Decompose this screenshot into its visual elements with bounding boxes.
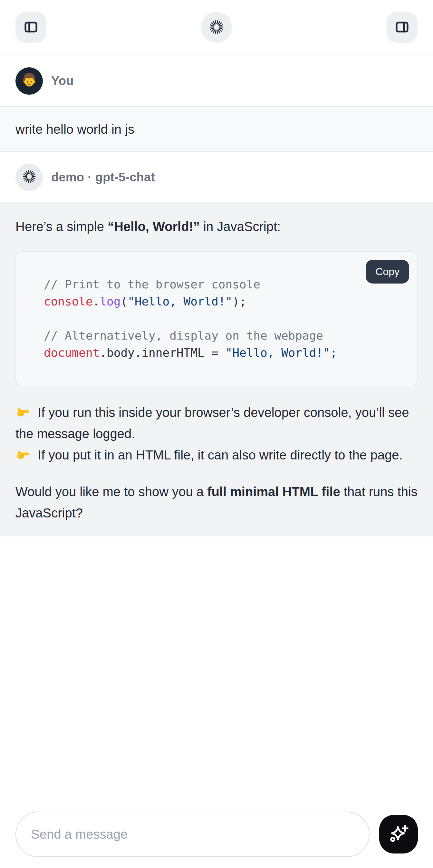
- top-bar: [0, 0, 433, 55]
- intro-text: Here’s a simple: [16, 219, 107, 234]
- assistant-avatar: [16, 164, 43, 191]
- copy-button[interactable]: Copy: [366, 260, 409, 283]
- assistant-name-label: demo · gpt-5-chat: [51, 170, 155, 184]
- starburst-icon: [209, 20, 224, 35]
- chat-app: You write hello world in js demo · gpt-5…: [0, 0, 433, 868]
- message-input[interactable]: [16, 812, 370, 857]
- pointing-right-emoji: [16, 447, 31, 462]
- sparkle-plus-icon: [388, 823, 409, 846]
- user-avatar: [16, 67, 43, 95]
- tip-line-1: If you run this inside your browser’s de…: [16, 405, 409, 441]
- right-sidebar-button[interactable]: [386, 12, 417, 43]
- code-block: Copy // Print to the browser console con…: [16, 251, 417, 386]
- assistant-question-paragraph: Would you like me to show you a full min…: [16, 481, 417, 524]
- tip-line-2: If you put it in an HTML file, it can al…: [34, 448, 403, 462]
- assistant-message-header: demo · gpt-5-chat: [0, 152, 433, 202]
- user-message-header: You: [0, 55, 433, 106]
- assistant-tips-paragraph: If you run this inside your browser’s de…: [16, 402, 417, 466]
- empty-scroll-area: [0, 536, 433, 800]
- question-bold-text: full minimal HTML file: [207, 485, 340, 499]
- user-message-text: write hello world in js: [16, 122, 134, 136]
- user-name-label: You: [51, 74, 74, 88]
- intro-text-post: in JavaScript:: [200, 219, 281, 234]
- intro-bold-text: “Hello, World!”: [107, 219, 200, 234]
- sidebar-right-icon: [394, 19, 410, 36]
- assistant-intro-paragraph: Here’s a simple “Hello, World!” in JavaS…: [16, 216, 417, 237]
- assistant-message: Here’s a simple “Hello, World!” in JavaS…: [0, 202, 433, 536]
- starburst-icon: [23, 170, 36, 185]
- model-logo-button[interactable]: [201, 12, 232, 43]
- pointing-right-emoji: [16, 404, 31, 420]
- left-sidebar-button[interactable]: [16, 12, 47, 43]
- person-emoji: [19, 70, 39, 92]
- composer-bar: [0, 800, 433, 868]
- send-button[interactable]: [379, 815, 418, 854]
- user-message: write hello world in js: [0, 106, 433, 152]
- code-content: // Print to the browser console console.…: [44, 276, 404, 361]
- sidebar-left-icon: [23, 19, 39, 36]
- question-text: Would you like me to show you a: [16, 485, 207, 499]
